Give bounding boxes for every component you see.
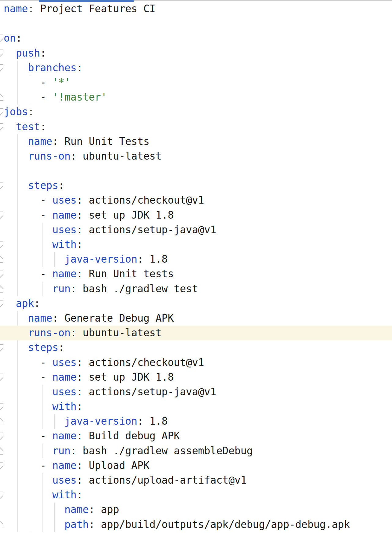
code-line[interactable]: - '*' xyxy=(0,75,392,90)
yaml-text: : xyxy=(76,268,89,280)
code-line[interactable]: with: xyxy=(0,237,392,252)
fold-start-icon[interactable] xyxy=(0,211,4,219)
code-line[interactable]: run: bash ./gradlew assembleDebug xyxy=(0,444,392,458)
fold-start-icon[interactable] xyxy=(0,108,4,116)
code-line[interactable]: - uses: actions/checkout@v1 xyxy=(0,193,392,208)
current-line[interactable]: runs-on: ubuntu-latest xyxy=(0,326,392,340)
code-line[interactable]: - '!master' xyxy=(0,90,392,105)
code-line[interactable]: uses: actions/setup-java@v1 xyxy=(0,385,392,399)
fold-start-icon[interactable] xyxy=(0,49,4,57)
code-line[interactable]: - uses: actions/checkout@v1 xyxy=(0,355,392,370)
yaml-text: : xyxy=(71,283,83,295)
yaml-text: actions/upload-artifact@v1 xyxy=(89,474,247,486)
yaml-key: uses xyxy=(52,474,76,486)
yaml-editor[interactable]: name: Project Features CIon: push: branc… xyxy=(0,0,392,535)
yaml-text: : xyxy=(58,179,65,191)
yaml-text: : xyxy=(76,474,89,486)
fold-start-icon[interactable] xyxy=(0,373,4,381)
code-line[interactable]: jobs: xyxy=(0,105,392,119)
yaml-string: '!master' xyxy=(52,91,107,103)
yaml-text: actions/setup-java@v1 xyxy=(89,224,216,236)
fold-end-icon[interactable] xyxy=(0,285,4,293)
yaml-text: 1.8 xyxy=(150,415,168,427)
yaml-text xyxy=(4,224,52,236)
code-line[interactable]: name: Run Unit Tests xyxy=(0,134,392,149)
yaml-text: : xyxy=(89,518,101,530)
code-line[interactable]: - name: set up JDK 1.8 xyxy=(0,370,392,385)
code-area[interactable]: name: Project Features CIon: push: branc… xyxy=(0,2,392,532)
code-line[interactable]: on: xyxy=(0,31,392,46)
fold-start-icon[interactable] xyxy=(0,123,4,131)
fold-start-icon[interactable] xyxy=(0,403,4,411)
fold-end-icon[interactable] xyxy=(0,93,4,101)
yaml-key: with xyxy=(52,489,76,501)
code-line[interactable]: branches: xyxy=(0,61,392,75)
code-line[interactable]: push: xyxy=(0,46,392,61)
yaml-text: : xyxy=(137,253,150,265)
fold-start-icon[interactable] xyxy=(0,300,4,308)
code-line[interactable]: uses: actions/upload-artifact@v1 xyxy=(0,473,392,488)
code-line[interactable]: - name: Run Unit tests xyxy=(0,267,392,281)
fold-start-icon[interactable] xyxy=(0,491,4,499)
yaml-text: bash ./gradlew test xyxy=(83,283,198,295)
yaml-key: with xyxy=(52,400,76,412)
code-line[interactable]: java-version: 1.8 xyxy=(0,414,392,429)
yaml-text: : xyxy=(34,297,40,309)
fold-start-icon[interactable] xyxy=(0,432,4,440)
fold-start-icon[interactable] xyxy=(0,462,4,470)
fold-end-icon[interactable] xyxy=(0,255,4,263)
yaml-key: test xyxy=(16,121,40,133)
yaml-key: run xyxy=(52,283,71,295)
yaml-text: Upload APK xyxy=(89,459,150,471)
code-line[interactable]: java-version: 1.8 xyxy=(0,252,392,267)
code-line[interactable]: apk: xyxy=(0,296,392,311)
yaml-text xyxy=(4,179,28,191)
fold-end-icon[interactable] xyxy=(0,418,4,426)
yaml-text: : xyxy=(76,371,89,383)
code-line[interactable]: - name: Upload APK xyxy=(0,458,392,473)
yaml-text: : xyxy=(28,3,40,15)
code-line[interactable]: - name: Build debug APK xyxy=(0,429,392,443)
yaml-key: push xyxy=(16,47,40,59)
fold-end-icon[interactable] xyxy=(0,447,4,455)
yaml-key: java-version xyxy=(65,415,137,427)
code-line[interactable]: steps: xyxy=(0,340,392,355)
yaml-text: set up JDK 1.8 xyxy=(89,371,174,383)
yaml-text: - xyxy=(4,356,52,368)
code-line[interactable]: path: app/build/outputs/apk/debug/app-de… xyxy=(0,517,392,532)
yaml-text: : xyxy=(52,312,65,324)
yaml-key: apk xyxy=(16,297,34,309)
code-line[interactable] xyxy=(0,16,392,31)
yaml-text: - xyxy=(4,430,52,442)
code-line[interactable]: uses: actions/setup-java@v1 xyxy=(0,223,392,237)
code-line[interactable]: with: xyxy=(0,399,392,414)
code-line[interactable] xyxy=(0,164,392,178)
yaml-key: jobs xyxy=(4,106,28,118)
code-line[interactable]: with: xyxy=(0,488,392,502)
code-line[interactable]: name: Project Features CI xyxy=(0,2,392,16)
code-line[interactable]: name: app xyxy=(0,502,392,517)
yaml-text: actions/checkout@v1 xyxy=(89,194,204,206)
code-line[interactable]: run: bash ./gradlew test xyxy=(0,282,392,296)
yaml-text: : xyxy=(76,356,89,368)
yaml-text: : xyxy=(76,209,89,221)
fold-start-icon[interactable] xyxy=(0,241,4,249)
yaml-text: 1.8 xyxy=(150,253,168,265)
yaml-text: actions/setup-java@v1 xyxy=(89,386,216,398)
fold-start-icon[interactable] xyxy=(0,344,4,352)
code-line[interactable]: runs-on: ubuntu-latest xyxy=(0,149,392,164)
yaml-text: : xyxy=(76,224,89,236)
fold-start-icon[interactable] xyxy=(0,270,4,278)
code-line[interactable]: name: Generate Debug APK xyxy=(0,311,392,326)
code-line[interactable]: test: xyxy=(0,120,392,134)
fold-start-icon[interactable] xyxy=(0,34,4,42)
code-line[interactable]: - name: set up JDK 1.8 xyxy=(0,208,392,223)
fold-end-icon[interactable] xyxy=(0,521,4,529)
yaml-text xyxy=(4,386,52,398)
yaml-text: app/build/outputs/apk/debug/app-debug.ap… xyxy=(101,518,350,530)
fold-start-icon[interactable] xyxy=(0,182,4,190)
code-line[interactable]: steps: xyxy=(0,178,392,193)
yaml-key: run xyxy=(52,445,71,457)
fold-start-icon[interactable] xyxy=(0,64,4,72)
yaml-text xyxy=(4,135,28,147)
